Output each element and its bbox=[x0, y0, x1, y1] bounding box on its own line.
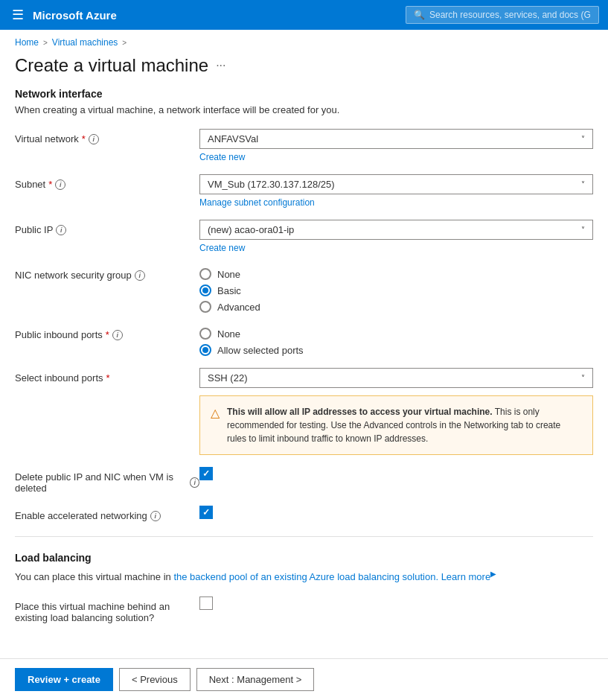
select-ports-value: SSH (22) bbox=[208, 372, 247, 384]
accelerated-networking-checkbox[interactable]: ✓ bbox=[199, 506, 213, 519]
checkmark-icon: ✓ bbox=[202, 468, 210, 479]
search-box[interactable]: 🔍 bbox=[406, 6, 599, 24]
more-options-icon[interactable]: ··· bbox=[216, 59, 225, 72]
nsg-advanced-radio[interactable] bbox=[199, 301, 211, 313]
public-ports-label: Public inbound ports * i bbox=[15, 325, 199, 340]
external-link-icon: ▶ bbox=[490, 570, 496, 578]
warning-bold-text: This will allow all IP addresses to acce… bbox=[227, 407, 493, 417]
load-balancer-place-row: Place this virtual machine behind an exi… bbox=[15, 596, 593, 623]
subnet-row: Subnet * i VM_Sub (172.30.137.128/25) ˅ … bbox=[15, 174, 593, 208]
nic-nsg-row: NIC network security group i None Basic … bbox=[15, 265, 593, 313]
footer: Review + create < Previous Next : Manage… bbox=[0, 658, 608, 687]
virtual-network-control: ANFAVSVal ˅ Create new bbox=[199, 129, 593, 162]
previous-button[interactable]: < Previous bbox=[119, 668, 191, 687]
subnet-label: Subnet * i bbox=[15, 174, 199, 190]
warning-triangle-icon: △ bbox=[211, 406, 220, 445]
breadcrumb: Home > Virtual machines > bbox=[0, 30, 608, 52]
load-balancing-learn-more-link[interactable]: Learn more▶ bbox=[441, 571, 496, 582]
ports-none-option[interactable]: None bbox=[199, 328, 593, 340]
top-navigation: ☰ Microsoft Azure 🔍 bbox=[0, 0, 608, 30]
load-balancer-place-checkbox[interactable] bbox=[199, 596, 213, 610]
nsg-basic-radio[interactable] bbox=[199, 284, 211, 296]
breadcrumb-home[interactable]: Home bbox=[15, 37, 39, 48]
subnet-control: VM_Sub (172.30.137.128/25) ˅ Manage subn… bbox=[199, 174, 593, 208]
ports-none-radio[interactable] bbox=[199, 328, 211, 340]
ports-none-label: None bbox=[217, 328, 240, 340]
load-balancer-place-control bbox=[199, 596, 593, 610]
accelerated-info-icon[interactable]: i bbox=[150, 511, 161, 521]
main-content: Network interface When creating a virtua… bbox=[0, 88, 608, 687]
select-ports-dropdown[interactable]: SSH (22) ˅ bbox=[199, 368, 593, 388]
public-ip-value: (new) acao-ora01-ip bbox=[208, 224, 294, 235]
required-marker-ports: * bbox=[106, 329, 109, 340]
create-new-pip-link[interactable]: Create new bbox=[199, 243, 245, 253]
select-ports-label: Select inbound ports * bbox=[15, 368, 199, 384]
load-balancer-place-label: Place this virtual machine behind an exi… bbox=[15, 596, 199, 623]
nsg-advanced-label: Advanced bbox=[217, 302, 260, 313]
accelerated-networking-control: ✓ bbox=[199, 506, 593, 519]
breadcrumb-sep2: > bbox=[122, 39, 127, 47]
public-ip-control: (new) acao-ora01-ip ˅ Create new bbox=[199, 220, 593, 253]
warning-text: This will allow all IP addresses to acce… bbox=[227, 405, 582, 445]
dropdown-arrow-ports-icon: ˅ bbox=[581, 374, 585, 382]
required-marker: * bbox=[82, 133, 86, 144]
nsg-none-option[interactable]: None bbox=[199, 268, 593, 280]
network-interface-desc: When creating a virtual machine, a netwo… bbox=[15, 104, 593, 115]
accelerated-networking-row: Enable accelerated networking i ✓ bbox=[15, 506, 593, 521]
public-ports-info-icon[interactable]: i bbox=[112, 330, 123, 340]
breadcrumb-virtual-machines[interactable]: Virtual machines bbox=[52, 37, 118, 48]
page-title: Create a virtual machine bbox=[15, 55, 208, 76]
delete-pip-row: Delete public IP and NIC when VM is dele… bbox=[15, 467, 593, 494]
virtual-network-label: Virtual network * i bbox=[15, 129, 199, 144]
ports-radio-group: None Allow selected ports bbox=[199, 325, 593, 356]
virtual-network-info-icon[interactable]: i bbox=[89, 134, 99, 144]
create-new-vnet-link[interactable]: Create new bbox=[199, 152, 245, 162]
virtual-network-row: Virtual network * i ANFAVSVal ˅ Create n… bbox=[15, 129, 593, 162]
accelerated-networking-label: Enable accelerated networking i bbox=[15, 506, 199, 521]
delete-pip-info-icon[interactable]: i bbox=[190, 477, 199, 488]
load-balancing-desc-start: You can place this virtual machine in bbox=[15, 571, 173, 582]
load-balancing-pool-link[interactable]: the backend pool of an existing Azure lo… bbox=[173, 571, 438, 582]
dropdown-arrow-pip-icon: ˅ bbox=[581, 226, 585, 234]
public-ports-control: None Allow selected ports bbox=[199, 325, 593, 356]
dropdown-arrow-subnet-icon: ˅ bbox=[581, 180, 585, 188]
virtual-network-value: ANFAVSVal bbox=[208, 133, 258, 144]
required-marker-subnet: * bbox=[48, 179, 52, 190]
ports-allow-label: Allow selected ports bbox=[217, 345, 304, 356]
delete-pip-checkbox[interactable]: ✓ bbox=[199, 467, 213, 480]
nsg-advanced-option[interactable]: Advanced bbox=[199, 301, 593, 313]
nsg-none-label: None bbox=[217, 269, 240, 280]
select-ports-control: SSH (22) ˅ △ This will allow all IP addr… bbox=[199, 368, 593, 455]
public-ip-row: Public IP i (new) acao-ora01-ip ˅ Create… bbox=[15, 220, 593, 253]
load-balancing-desc: You can place this virtual machine in th… bbox=[15, 568, 593, 585]
ports-allow-option[interactable]: Allow selected ports bbox=[199, 344, 593, 356]
delete-pip-control: ✓ bbox=[199, 467, 593, 480]
breadcrumb-sep1: > bbox=[43, 39, 48, 47]
nic-nsg-control: None Basic Advanced bbox=[199, 265, 593, 313]
select-ports-row: Select inbound ports * SSH (22) ˅ △ This… bbox=[15, 368, 593, 455]
next-button[interactable]: Next : Management > bbox=[196, 668, 315, 687]
search-icon: 🔍 bbox=[414, 10, 425, 20]
section-divider bbox=[15, 536, 593, 537]
delete-pip-label: Delete public IP and NIC when VM is dele… bbox=[15, 467, 199, 494]
virtual-network-dropdown[interactable]: ANFAVSVal ˅ bbox=[199, 129, 593, 149]
page-title-row: Create a virtual machine ··· bbox=[0, 52, 608, 88]
dropdown-arrow-icon: ˅ bbox=[581, 135, 585, 143]
search-input[interactable] bbox=[429, 10, 591, 20]
nsg-none-radio[interactable] bbox=[199, 268, 211, 280]
hamburger-menu-icon[interactable]: ☰ bbox=[9, 4, 27, 26]
subnet-info-icon[interactable]: i bbox=[55, 179, 65, 190]
nic-nsg-info-icon[interactable]: i bbox=[135, 270, 145, 281]
public-ip-dropdown[interactable]: (new) acao-ora01-ip ˅ bbox=[199, 220, 593, 240]
subnet-dropdown[interactable]: VM_Sub (172.30.137.128/25) ˅ bbox=[199, 174, 593, 194]
manage-subnet-link[interactable]: Manage subnet configuration bbox=[199, 197, 315, 208]
public-ports-row: Public inbound ports * i None Allow sele… bbox=[15, 325, 593, 356]
subnet-value: VM_Sub (172.30.137.128/25) bbox=[208, 179, 335, 190]
network-interface-header: Network interface bbox=[15, 88, 593, 100]
ports-allow-radio[interactable] bbox=[199, 344, 211, 356]
required-marker-sel-ports: * bbox=[106, 372, 110, 384]
review-create-button[interactable]: Review + create bbox=[15, 668, 113, 687]
public-ip-info-icon[interactable]: i bbox=[56, 225, 66, 235]
nsg-basic-option[interactable]: Basic bbox=[199, 284, 593, 296]
accelerated-checkmark-icon: ✓ bbox=[202, 507, 210, 518]
